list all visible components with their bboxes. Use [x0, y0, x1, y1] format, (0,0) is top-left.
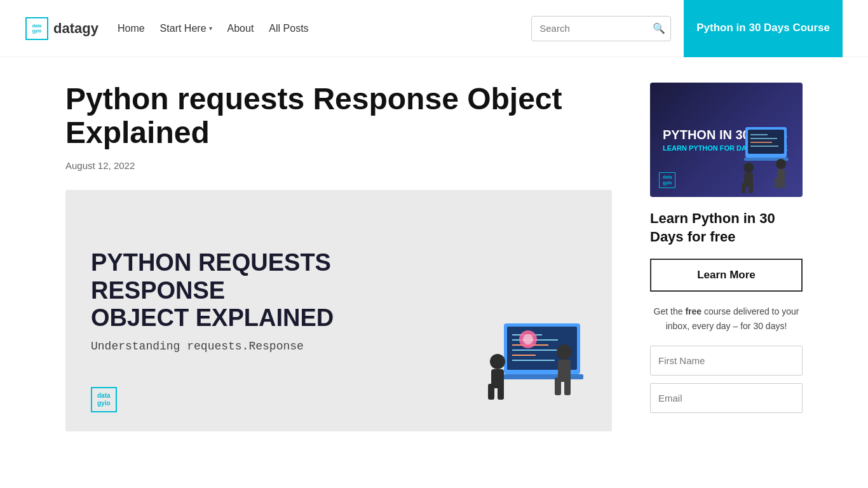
img-logo: data gyio	[91, 387, 117, 412]
svg-rect-15	[555, 377, 561, 395]
nav-start-here[interactable]: Start Here ▾	[160, 23, 212, 34]
sidebar: PYTHON IN 30 DAYS LEARN PYTHON FOR DATA …	[650, 83, 803, 431]
main-container: Python requests Response Object Explaine…	[53, 57, 815, 457]
cta-python-course-button[interactable]: Python in 30 Days Course	[684, 0, 843, 57]
svg-rect-33	[780, 178, 785, 188]
nav-all-posts[interactable]: All Posts	[269, 23, 308, 34]
sidebar-free-label: free	[685, 306, 702, 316]
first-name-input[interactable]	[650, 346, 803, 376]
promo-img-logo: data gyio	[659, 172, 675, 188]
img-main-title: PYTHON REQUESTS RESPONSE OBJECT EXPLAINE…	[91, 249, 409, 332]
svg-rect-12	[498, 384, 504, 400]
search-input[interactable]	[532, 23, 646, 34]
site-header: datagyio datagy Home Start Here ▾ About …	[0, 0, 868, 57]
brand-name: datagy	[53, 20, 98, 37]
chevron-down-icon: ▾	[209, 25, 212, 32]
svg-rect-20	[748, 130, 784, 154]
img-logo-line1: data	[97, 392, 111, 399]
svg-point-13	[557, 344, 572, 360]
sidebar-promo-title: Learn Python in 30 Days for free	[650, 210, 803, 246]
search-container: 🔍	[531, 16, 671, 41]
promo-logo-line1: data	[663, 175, 672, 179]
nav-start-here-label: Start Here	[160, 23, 207, 34]
svg-point-9	[490, 354, 505, 369]
img-title-line1: PYTHON REQUESTS RESPONSE	[91, 249, 331, 304]
img-illustration-svg	[459, 304, 587, 419]
svg-point-18	[523, 334, 533, 344]
svg-rect-32	[775, 178, 779, 188]
nav-about[interactable]: About	[227, 23, 254, 34]
sidebar-promo-image: PYTHON IN 30 DAYS LEARN PYTHON FOR DATA …	[650, 83, 803, 197]
img-subtitle: Understanding requests.Response	[91, 340, 304, 353]
main-nav: Home Start Here ▾ About All Posts	[118, 23, 531, 34]
svg-point-26	[743, 163, 754, 173]
img-title-line2: OBJECT EXPLAINED	[91, 304, 334, 331]
promo-figures-svg	[733, 121, 796, 197]
learn-more-button[interactable]: Learn More	[650, 259, 803, 292]
article-title: Python requests Response Object Explaine…	[65, 83, 612, 150]
svg-rect-8	[501, 374, 583, 379]
article-image-content: PYTHON REQUESTS RESPONSE OBJECT EXPLAINE…	[65, 190, 612, 431]
sidebar-description: Get the free course delivered to your in…	[650, 304, 803, 333]
article-area: Python requests Response Object Explaine…	[65, 83, 612, 431]
site-logo[interactable]: datagyio datagy	[25, 17, 98, 40]
svg-rect-11	[488, 384, 494, 400]
logo-box-icon: datagyio	[25, 17, 48, 40]
svg-point-30	[776, 159, 786, 169]
img-logo-line2: gyio	[97, 400, 111, 407]
svg-rect-16	[564, 377, 571, 395]
promo-logo-line2: gyio	[663, 180, 672, 185]
article-featured-image: PYTHON REQUESTS RESPONSE OBJECT EXPLAINE…	[65, 190, 612, 431]
logo-box-text: datagyio	[32, 24, 41, 33]
search-button[interactable]: 🔍	[646, 22, 671, 34]
svg-rect-29	[749, 183, 753, 193]
svg-rect-28	[742, 183, 746, 193]
email-input[interactable]	[650, 383, 803, 413]
nav-home[interactable]: Home	[118, 23, 145, 34]
article-date: August 12, 2022	[65, 160, 612, 171]
